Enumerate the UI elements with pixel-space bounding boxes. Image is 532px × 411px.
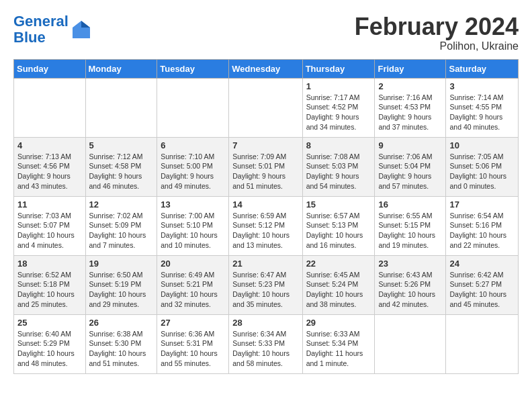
day-info: Sunrise: 7:05 AMSunset: 5:06 PMDaylight:… [449, 152, 515, 191]
day-info: Sunrise: 7:00 AMSunset: 5:10 PMDaylight:… [161, 211, 225, 250]
calendar-cell: 12Sunrise: 7:02 AMSunset: 5:09 PMDayligh… [85, 196, 157, 255]
logo-blue: Blue [13, 29, 46, 46]
day-number: 11 [17, 199, 82, 210]
day-number: 23 [378, 259, 442, 269]
day-number: 5 [89, 140, 154, 150]
weekday-header-saturday: Saturday [446, 59, 519, 78]
day-info: Sunrise: 7:06 AMSunset: 5:04 PMDaylight:… [378, 152, 442, 191]
weekday-header-sunday: Sunday [14, 59, 86, 78]
day-info: Sunrise: 7:13 AMSunset: 4:56 PMDaylight:… [17, 152, 82, 191]
day-info: Sunrise: 7:03 AMSunset: 5:07 PMDaylight:… [17, 211, 82, 250]
day-info: Sunrise: 7:17 AMSunset: 4:52 PMDaylight:… [306, 93, 371, 132]
calendar-cell: 2Sunrise: 7:16 AMSunset: 4:53 PMDaylight… [375, 78, 446, 137]
day-number: 2 [378, 81, 442, 91]
calendar-cell: 29Sunrise: 6:33 AMSunset: 5:34 PMDayligh… [302, 314, 375, 373]
calendar-cell: 7Sunrise: 7:09 AMSunset: 5:01 PMDaylight… [229, 137, 302, 196]
calendar-cell: 20Sunrise: 6:49 AMSunset: 5:21 PMDayligh… [157, 255, 229, 314]
day-number: 22 [306, 259, 371, 269]
header: General Blue February 2024 Polihon, Ukra… [13, 13, 519, 52]
week-row-5: 25Sunrise: 6:40 AMSunset: 5:29 PMDayligh… [14, 314, 519, 373]
day-number: 6 [161, 140, 225, 150]
calendar-cell: 21Sunrise: 6:47 AMSunset: 5:23 PMDayligh… [229, 255, 302, 314]
day-info: Sunrise: 6:40 AMSunset: 5:29 PMDaylight:… [17, 329, 82, 369]
day-info: Sunrise: 7:08 AMSunset: 5:03 PMDaylight:… [306, 152, 371, 191]
week-row-3: 11Sunrise: 7:03 AMSunset: 5:07 PMDayligh… [14, 196, 519, 255]
day-number: 26 [89, 318, 154, 328]
weekday-header-tuesday: Tuesday [157, 59, 229, 78]
day-info: Sunrise: 7:10 AMSunset: 5:00 PMDaylight:… [161, 152, 225, 191]
calendar-cell: 3Sunrise: 7:14 AMSunset: 4:55 PMDaylight… [446, 78, 519, 137]
calendar-subtitle: Polihon, Ukraine [355, 40, 519, 52]
day-info: Sunrise: 7:14 AMSunset: 4:55 PMDaylight:… [449, 93, 515, 132]
calendar-cell [157, 78, 229, 137]
weekday-header-row: SundayMondayTuesdayWednesdayThursdayFrid… [14, 59, 519, 78]
calendar-cell: 10Sunrise: 7:05 AMSunset: 5:06 PMDayligh… [446, 137, 519, 196]
logo-text: General Blue [13, 13, 69, 46]
day-number: 7 [232, 140, 298, 150]
calendar-cell: 13Sunrise: 7:00 AMSunset: 5:10 PMDayligh… [157, 196, 229, 255]
calendar-table: SundayMondayTuesdayWednesdayThursdayFrid… [13, 59, 519, 374]
day-number: 29 [306, 318, 371, 328]
calendar-cell: 26Sunrise: 6:38 AMSunset: 5:30 PMDayligh… [85, 314, 157, 373]
calendar-cell: 8Sunrise: 7:08 AMSunset: 5:03 PMDaylight… [302, 137, 375, 196]
calendar-cell: 28Sunrise: 6:34 AMSunset: 5:33 PMDayligh… [229, 314, 302, 373]
day-number: 1 [306, 81, 371, 91]
calendar-cell: 17Sunrise: 6:54 AMSunset: 5:16 PMDayligh… [446, 196, 519, 255]
day-info: Sunrise: 6:45 AMSunset: 5:24 PMDaylight:… [306, 270, 371, 310]
day-number: 27 [161, 318, 225, 328]
weekday-header-friday: Friday [375, 59, 446, 78]
day-info: Sunrise: 6:34 AMSunset: 5:33 PMDaylight:… [232, 329, 298, 369]
calendar-cell [375, 314, 446, 373]
day-info: Sunrise: 6:50 AMSunset: 5:19 PMDaylight:… [89, 270, 154, 310]
calendar-cell [229, 78, 302, 137]
calendar-cell: 6Sunrise: 7:10 AMSunset: 5:00 PMDaylight… [157, 137, 229, 196]
day-number: 17 [449, 199, 515, 210]
logo-icon [71, 19, 91, 40]
day-info: Sunrise: 6:49 AMSunset: 5:21 PMDaylight:… [161, 270, 225, 310]
day-number: 25 [17, 318, 82, 328]
week-row-2: 4Sunrise: 7:13 AMSunset: 4:56 PMDaylight… [14, 137, 519, 196]
day-info: Sunrise: 6:52 AMSunset: 5:18 PMDaylight:… [17, 270, 82, 310]
calendar-cell: 16Sunrise: 6:55 AMSunset: 5:15 PMDayligh… [375, 196, 446, 255]
day-info: Sunrise: 6:59 AMSunset: 5:12 PMDaylight:… [232, 211, 298, 250]
day-number: 10 [449, 140, 515, 150]
calendar-cell: 1Sunrise: 7:17 AMSunset: 4:52 PMDaylight… [302, 78, 375, 137]
weekday-header-monday: Monday [85, 59, 157, 78]
calendar-cell: 9Sunrise: 7:06 AMSunset: 5:04 PMDaylight… [375, 137, 446, 196]
day-number: 4 [17, 140, 82, 150]
day-info: Sunrise: 6:42 AMSunset: 5:27 PMDaylight:… [449, 270, 515, 310]
calendar-cell: 14Sunrise: 6:59 AMSunset: 5:12 PMDayligh… [229, 196, 302, 255]
calendar-cell: 23Sunrise: 6:43 AMSunset: 5:26 PMDayligh… [375, 255, 446, 314]
day-info: Sunrise: 7:02 AMSunset: 5:09 PMDaylight:… [89, 211, 154, 250]
logo: General Blue [13, 13, 91, 46]
day-number: 13 [161, 199, 225, 210]
calendar-cell [14, 78, 86, 137]
weekday-header-thursday: Thursday [302, 59, 375, 78]
day-info: Sunrise: 6:36 AMSunset: 5:31 PMDaylight:… [161, 329, 225, 369]
calendar-cell [446, 314, 519, 373]
day-number: 18 [17, 259, 82, 269]
day-info: Sunrise: 6:54 AMSunset: 5:16 PMDaylight:… [449, 211, 515, 250]
day-number: 3 [449, 81, 515, 91]
calendar-cell: 22Sunrise: 6:45 AMSunset: 5:24 PMDayligh… [302, 255, 375, 314]
day-info: Sunrise: 7:12 AMSunset: 4:58 PMDaylight:… [89, 152, 154, 191]
calendar-cell: 11Sunrise: 7:03 AMSunset: 5:07 PMDayligh… [14, 196, 86, 255]
week-row-4: 18Sunrise: 6:52 AMSunset: 5:18 PMDayligh… [14, 255, 519, 314]
day-number: 12 [89, 199, 154, 210]
calendar-cell: 27Sunrise: 6:36 AMSunset: 5:31 PMDayligh… [157, 314, 229, 373]
day-info: Sunrise: 6:55 AMSunset: 5:15 PMDaylight:… [378, 211, 442, 250]
weekday-header-wednesday: Wednesday [229, 59, 302, 78]
day-info: Sunrise: 6:57 AMSunset: 5:13 PMDaylight:… [306, 211, 371, 250]
day-info: Sunrise: 6:38 AMSunset: 5:30 PMDaylight:… [89, 329, 154, 369]
day-info: Sunrise: 7:16 AMSunset: 4:53 PMDaylight:… [378, 93, 442, 132]
logo-general: General [13, 13, 69, 30]
title-block: February 2024 Polihon, Ukraine [355, 13, 519, 52]
day-info: Sunrise: 6:33 AMSunset: 5:34 PMDaylight:… [306, 329, 371, 369]
day-info: Sunrise: 6:47 AMSunset: 5:23 PMDaylight:… [232, 270, 298, 310]
week-row-1: 1Sunrise: 7:17 AMSunset: 4:52 PMDaylight… [14, 78, 519, 137]
day-number: 15 [306, 199, 371, 210]
calendar-cell: 24Sunrise: 6:42 AMSunset: 5:27 PMDayligh… [446, 255, 519, 314]
calendar-cell: 25Sunrise: 6:40 AMSunset: 5:29 PMDayligh… [14, 314, 86, 373]
calendar-cell: 19Sunrise: 6:50 AMSunset: 5:19 PMDayligh… [85, 255, 157, 314]
calendar-cell: 5Sunrise: 7:12 AMSunset: 4:58 PMDaylight… [85, 137, 157, 196]
